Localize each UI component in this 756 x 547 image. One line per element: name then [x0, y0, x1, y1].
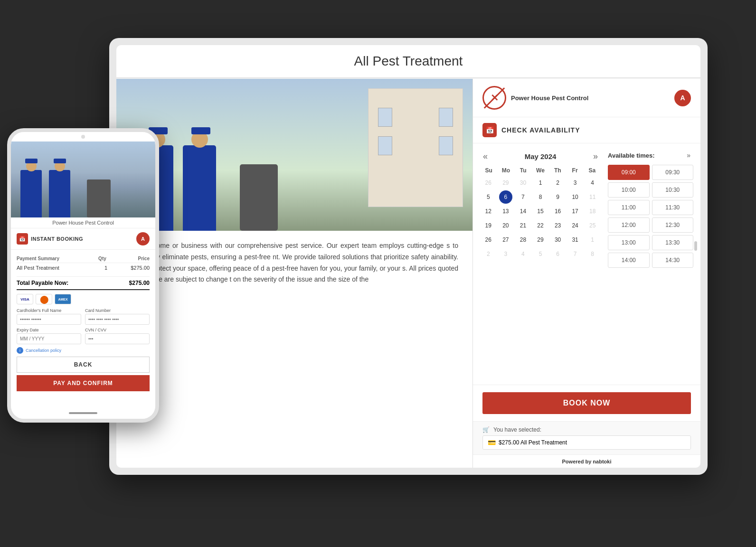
cal-day[interactable]: 8	[586, 247, 599, 261]
cal-day[interactable]: 12	[482, 205, 495, 218]
cal-day[interactable]: 29	[499, 176, 512, 189]
cal-day[interactable]: 7	[516, 190, 529, 204]
cal-day[interactable]: 23	[551, 219, 565, 232]
left-content: d your home or business with our compreh…	[116, 79, 472, 468]
cal-day[interactable]: 22	[534, 219, 547, 232]
cardholder-field: Cardholder's Full Name	[17, 308, 81, 325]
cal-day[interactable]: 3	[568, 176, 582, 189]
cal-day[interactable]: 26	[482, 233, 495, 246]
mobile-user-avatar[interactable]: A	[136, 232, 150, 245]
company-name: Power House Pest Control	[511, 94, 588, 102]
cal-day[interactable]: 5	[482, 190, 495, 204]
time-slot-1130[interactable]: 11:30	[652, 200, 694, 215]
cal-day[interactable]: 17	[568, 205, 582, 218]
time-slot-1230[interactable]: 12:30	[652, 217, 694, 233]
page-title: All Pest Treatment	[125, 54, 692, 69]
home-bar	[69, 412, 97, 414]
cal-day[interactable]: 25	[586, 219, 599, 232]
user-avatar[interactable]: A	[674, 90, 691, 106]
cal-day[interactable]: 6	[551, 247, 565, 261]
cal-day[interactable]: 27	[499, 233, 512, 246]
cal-day[interactable]: 19	[482, 219, 495, 232]
booking-panel: Power House Pest Control A 📅 CHECK AVAIL…	[472, 79, 700, 468]
times-section: Available times: » 09:00 09:30 10:00 10:…	[608, 151, 693, 377]
time-slot-1200[interactable]: 12:00	[608, 217, 650, 233]
back-button[interactable]: BACK	[17, 357, 150, 373]
cal-day[interactable]: 13	[499, 205, 512, 218]
mobile-worker-1-cap	[25, 159, 38, 163]
description-text: d your home or business with our compreh…	[131, 240, 458, 285]
cal-day[interactable]: 24	[568, 219, 582, 232]
time-slot-1430[interactable]: 14:30	[652, 253, 694, 268]
cal-day[interactable]: 4	[516, 247, 529, 261]
item-qty: 1	[98, 263, 113, 273]
time-slot-1000[interactable]: 10:00	[608, 182, 650, 198]
card-number-label: Card Number	[85, 308, 150, 313]
cal-day[interactable]: 14	[516, 205, 529, 218]
cal-day[interactable]: 11	[586, 190, 599, 204]
cal-day[interactable]: 29	[534, 233, 547, 246]
selected-label: You have selected:	[493, 426, 541, 433]
mobile-company-label: Power House Pest Control	[11, 217, 155, 228]
cardholder-label: Cardholder's Full Name	[17, 308, 81, 313]
cal-day[interactable]: 21	[516, 219, 529, 232]
mobile-calendar-icon: 📅	[17, 233, 28, 245]
cal-day[interactable]: 1	[534, 176, 547, 189]
cal-day[interactable]: 30	[551, 233, 565, 246]
cal-day[interactable]: 28	[516, 233, 529, 246]
window-2	[439, 108, 453, 127]
cal-day[interactable]: 26	[482, 176, 495, 189]
mobile-worker-2-body	[49, 170, 70, 217]
time-slot-1300[interactable]: 13:00	[608, 235, 650, 250]
book-now-button[interactable]: BOOK NOW	[482, 392, 691, 414]
cal-day[interactable]: 2	[551, 176, 565, 189]
cal-day[interactable]: 10	[568, 190, 582, 204]
mobile-worker-1-body	[20, 170, 42, 217]
cvv-label: CVN / CVV	[85, 328, 150, 332]
next-month-button[interactable]: »	[590, 151, 601, 162]
cal-day[interactable]: 31	[568, 233, 582, 246]
time-slot-1400[interactable]: 14:00	[608, 253, 650, 268]
cal-day[interactable]: 5	[534, 247, 547, 261]
time-slot-1100[interactable]: 11:00	[608, 200, 650, 215]
workers-group	[140, 131, 278, 231]
times-next-button[interactable]: »	[684, 151, 693, 160]
window-1	[378, 108, 392, 127]
cal-day-selected[interactable]: 6	[499, 190, 512, 204]
cancellation-policy[interactable]: i Cancellation policy	[17, 347, 150, 354]
mastercard-icon: ⬤	[36, 294, 52, 304]
scene: All Pest Treatment	[0, 0, 756, 547]
cal-day[interactable]: 16	[551, 205, 565, 218]
cal-day[interactable]: 1	[586, 233, 599, 246]
day-header-fr: Fr	[566, 167, 583, 174]
cal-day[interactable]: 9	[551, 190, 565, 204]
cal-day[interactable]: 7	[568, 247, 582, 261]
mobile-worker-2	[49, 161, 70, 217]
selected-item-text: $275.00 All Pest Treatment	[499, 439, 567, 446]
cal-day[interactable]: 4	[586, 176, 599, 189]
cal-day[interactable]: 30	[516, 176, 529, 189]
card-number-input[interactable]	[85, 314, 150, 325]
cvv-input[interactable]	[85, 333, 150, 344]
cal-day[interactable]: 8	[534, 190, 547, 204]
cardholder-input[interactable]	[17, 314, 81, 325]
time-slot-0930[interactable]: 09:30	[652, 165, 694, 180]
cal-day[interactable]: 2	[482, 247, 495, 261]
time-slot-1330[interactable]: 13:30	[652, 235, 694, 250]
pay-confirm-button[interactable]: PAY AND CONFIRM	[17, 375, 150, 391]
mobile-instant-label: INSTANT BOOKING	[31, 236, 83, 242]
cal-day[interactable]: 18	[586, 205, 599, 218]
cal-day[interactable]: 20	[499, 219, 512, 232]
building	[368, 88, 463, 207]
time-slot-1030[interactable]: 10:30	[652, 182, 694, 198]
page-body: d your home or business with our compreh…	[116, 79, 700, 468]
mobile-booking-header: 📅 INSTANT BOOKING A	[11, 228, 155, 250]
total-amount: $275.00	[129, 280, 150, 286]
expiry-input[interactable]	[17, 333, 81, 344]
cart-icon: 🛒	[482, 426, 490, 433]
time-slot-0900[interactable]: 09:00	[608, 165, 650, 180]
card-number-field: Card Number	[85, 308, 150, 325]
cal-day[interactable]: 15	[534, 205, 547, 218]
cal-day[interactable]: 3	[499, 247, 512, 261]
prev-month-button[interactable]: «	[480, 151, 491, 162]
